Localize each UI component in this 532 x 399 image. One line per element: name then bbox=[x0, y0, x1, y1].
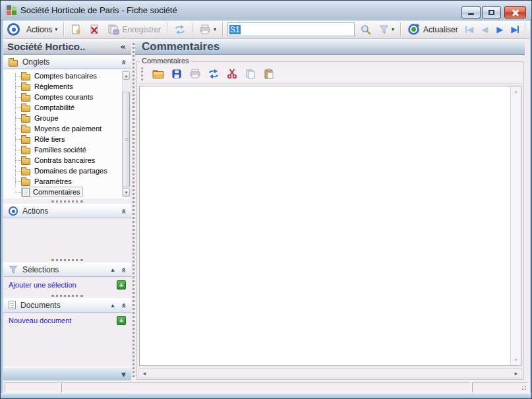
main-content: Commentaires Commentaires bbox=[135, 39, 525, 381]
scrollbar-thumb[interactable] bbox=[123, 92, 130, 187]
scroll-left-arrow[interactable]: ◂ bbox=[139, 370, 150, 377]
tree-item-comptes-courants[interactable]: Comptes courants bbox=[3, 92, 131, 102]
search-button[interactable] bbox=[357, 22, 375, 38]
sidebar-collapse-button[interactable]: « bbox=[119, 42, 127, 51]
horizontal-scrollbar[interactable]: ◂ ▸ bbox=[138, 368, 522, 378]
close-button[interactable] bbox=[504, 6, 526, 18]
paste-button[interactable] bbox=[260, 65, 278, 82]
selections-section-header[interactable]: Sélections ▴ « bbox=[3, 262, 131, 277]
nav-last-button[interactable]: ▶ bbox=[508, 22, 523, 37]
collapse-section-icon[interactable]: « bbox=[120, 208, 127, 213]
tree-scrollbar[interactable]: ▴ ▾ bbox=[122, 71, 131, 197]
tree-item-label: Paramètres bbox=[34, 177, 72, 185]
tree-line bbox=[15, 181, 21, 182]
save-button[interactable]: Enregistrer bbox=[103, 22, 165, 38]
overflow-down-icon[interactable]: ▼ bbox=[121, 371, 126, 378]
nav-first-button[interactable]: ◀ bbox=[462, 22, 477, 37]
folder-icon bbox=[21, 116, 30, 123]
folder-icon bbox=[21, 137, 30, 144]
nav-previous-button[interactable]: ◀ bbox=[477, 22, 492, 37]
new-document-link[interactable]: Nouveau document bbox=[9, 317, 117, 324]
window-body: Société Hortico.. « Onglets « Comptes ba… bbox=[3, 39, 530, 381]
tree-item-reglements[interactable]: Règlements bbox=[3, 81, 131, 92]
refresh-comment-button[interactable] bbox=[204, 65, 223, 82]
tree-item-comptabilite[interactable]: Comptabilité bbox=[3, 102, 131, 113]
status-panel-left bbox=[5, 382, 60, 392]
copy-button[interactable] bbox=[241, 65, 260, 82]
tree-item-contrats-bancaires[interactable]: Contrats bancaires bbox=[3, 155, 131, 166]
folder-icon bbox=[21, 148, 30, 154]
add-selection-link[interactable]: Ajouter une sélection bbox=[9, 281, 117, 289]
collapse-section-icon[interactable]: « bbox=[120, 303, 127, 307]
tree-line bbox=[15, 192, 21, 193]
selections-link-row: Ajouter une sélection + bbox=[3, 277, 131, 293]
open-folder-icon bbox=[152, 69, 164, 79]
scroll-right-arrow[interactable]: ▸ bbox=[511, 370, 521, 377]
tree-item-groupe[interactable]: Groupe bbox=[3, 113, 131, 123]
save-comment-button[interactable] bbox=[167, 65, 186, 82]
scroll-up-arrow[interactable]: ▴ bbox=[123, 71, 130, 80]
tree-item-label: Contrats bancaires bbox=[34, 156, 95, 164]
actions-target-icon bbox=[9, 206, 18, 216]
tree-item-moyens-de-paiement[interactable]: Moyens de paiement bbox=[3, 123, 131, 134]
new-record-button[interactable] bbox=[67, 22, 85, 38]
tree-item-commentaires-selected[interactable]: Commentaires bbox=[3, 187, 131, 197]
panel-splitter[interactable] bbox=[3, 293, 131, 298]
search-icon bbox=[361, 24, 371, 35]
selected-item-box: Commentaires bbox=[21, 187, 83, 197]
actions-section-label: Actions bbox=[22, 206, 121, 216]
tree-line bbox=[15, 86, 21, 87]
save-icon bbox=[107, 24, 119, 35]
panel-splitter[interactable] bbox=[3, 257, 131, 262]
open-button[interactable] bbox=[149, 65, 167, 82]
resize-grip[interactable] bbox=[525, 388, 526, 390]
documents-section-header[interactable]: Documents ▴ « bbox=[3, 298, 131, 313]
print-button[interactable]: ▾ bbox=[195, 22, 220, 38]
add-selection-plus-button[interactable]: + bbox=[117, 280, 126, 290]
delete-record-button[interactable] bbox=[85, 22, 103, 38]
actions-menu-button[interactable]: Actions ▾ bbox=[22, 22, 61, 38]
tree-line bbox=[15, 171, 21, 171]
nav-first-icon: ◀ bbox=[467, 24, 473, 34]
folder-icon bbox=[21, 158, 30, 165]
onglets-section-header[interactable]: Onglets « bbox=[3, 55, 131, 69]
collapse-one-icon[interactable]: ▴ bbox=[111, 301, 115, 309]
scroll-up-arrow[interactable]: ▴ bbox=[512, 87, 520, 96]
app-icon bbox=[7, 5, 16, 15]
actions-section-header[interactable]: Actions « bbox=[3, 204, 131, 218]
tree-item-domaines-de-partages[interactable]: Domaines de partages bbox=[3, 166, 131, 176]
print-comment-button[interactable] bbox=[186, 65, 204, 82]
sidebar-overflow-bar[interactable]: ▼ bbox=[3, 367, 131, 381]
tree-item-label: Familles société bbox=[34, 146, 86, 154]
tree-item-role-tiers[interactable]: Rôle tiers bbox=[3, 134, 131, 144]
toolbar-separator bbox=[192, 22, 193, 36]
search-input[interactable]: S1 bbox=[227, 22, 355, 36]
maximize-button[interactable] bbox=[482, 6, 501, 18]
refresh-button[interactable] bbox=[170, 22, 190, 38]
collapse-one-icon[interactable]: ▴ bbox=[111, 266, 115, 273]
editor-scrollbar[interactable]: ▴ ▾ bbox=[510, 86, 521, 365]
scroll-down-arrow[interactable]: ▾ bbox=[123, 188, 130, 197]
toolbar-drag-handle[interactable] bbox=[141, 67, 144, 80]
tree-item-comptes-bancaires[interactable]: Comptes bancaires bbox=[3, 71, 131, 81]
new-document-plus-button[interactable]: + bbox=[117, 316, 126, 325]
minimize-button[interactable] bbox=[461, 6, 481, 18]
status-panel-right bbox=[472, 382, 529, 392]
refresh-data-button[interactable]: Actualiser bbox=[403, 22, 462, 38]
nav-next-button[interactable]: ▶ bbox=[492, 22, 508, 37]
scroll-down-arrow[interactable]: ▾ bbox=[512, 355, 520, 365]
tree-line bbox=[15, 139, 21, 140]
comment-textarea[interactable] bbox=[140, 86, 510, 365]
tree-item-familles-societe[interactable]: Familles société bbox=[3, 144, 131, 155]
tree-item-parametres[interactable]: Paramètres bbox=[3, 176, 131, 187]
printer-icon bbox=[189, 69, 201, 79]
filter-button[interactable]: ▾ bbox=[375, 22, 398, 38]
tree-line bbox=[15, 160, 21, 161]
panel-splitter[interactable] bbox=[3, 199, 131, 204]
application-window: Société Horticole de Paris - Fiche socié… bbox=[0, 0, 532, 399]
cut-button[interactable] bbox=[223, 65, 241, 82]
status-panel-main bbox=[61, 382, 471, 392]
collapse-section-icon[interactable]: « bbox=[120, 267, 127, 272]
tree-item-label: Groupe bbox=[34, 114, 59, 122]
collapse-section-icon[interactable]: « bbox=[120, 59, 127, 64]
